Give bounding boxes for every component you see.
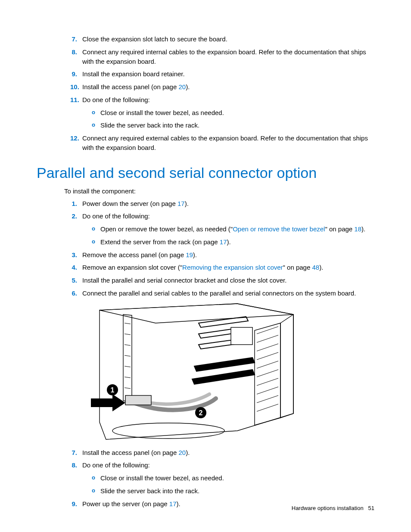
svg-line-13 [125, 355, 131, 356]
sub-text: Extend the server from the rack (on page… [100, 237, 374, 247]
page-link[interactable]: 17 [169, 500, 177, 507]
sub-text: Slide the server back into the rack. [100, 486, 374, 496]
sub-text: Close or install the tower bezel, as nee… [100, 473, 374, 483]
svg-line-4 [257, 361, 278, 368]
list-text: Do one of the following: o Close or inst… [82, 460, 374, 495]
illustration-server-connectors: 1 2 [82, 302, 300, 443]
list-number: 1. [37, 199, 82, 208]
list-text: Close the expansion slot latch to secure… [82, 34, 374, 44]
list-number: 9. [70, 69, 82, 79]
svg-line-8 [257, 395, 278, 403]
sub-text: Open or remove the tower bezel, as neede… [100, 224, 374, 234]
list-item: 6. Connect the parallel and serial cable… [37, 289, 374, 298]
svg-line-9 [257, 404, 278, 411]
list-number: 9. [37, 499, 82, 509]
page-link[interactable]: 18 [354, 225, 361, 233]
list-item: 7. Close the expansion slot latch to sec… [70, 34, 374, 44]
list-number: 6. [37, 289, 82, 298]
cross-ref-link[interactable]: Removing the expansion slot cover [182, 264, 283, 271]
page-link[interactable]: 20 [178, 449, 186, 456]
text: Remove an expansion slot cover (" [82, 264, 182, 271]
ordered-list-after: 7. Install the access panel (on page 20)… [37, 448, 374, 509]
list-item: 2. Do one of the following: o Open or re… [37, 212, 374, 246]
page-link[interactable]: 19 [186, 251, 193, 258]
list-item: 11. Do one of the following: o Close or … [70, 95, 374, 130]
bullet-icon: o [92, 108, 100, 118]
svg-line-12 [125, 345, 131, 345]
list-item: 7. Install the access panel (on page 20)… [37, 448, 374, 457]
list-number: 10. [70, 82, 82, 92]
text: ). [319, 264, 323, 271]
text: Open or remove the tower bezel, as neede… [100, 225, 233, 233]
svg-line-1 [257, 335, 278, 342]
text: " on page [325, 225, 354, 233]
footer-section-title: Hardware options installation [292, 505, 364, 511]
text: ). [186, 449, 190, 456]
list-number: 7. [70, 34, 82, 44]
text: ). [185, 200, 189, 207]
page-link[interactable]: 48 [312, 264, 319, 271]
text: Extend the server from the rack (on page [100, 238, 220, 246]
text: Install the access panel (on page [82, 83, 178, 90]
sub-text: Close or install the tower bezel, as nee… [100, 108, 374, 118]
list-item: 12. Connect any required external cables… [70, 134, 374, 152]
svg-line-7 [257, 387, 278, 394]
list-number: 4. [37, 263, 82, 272]
bullet-icon: o [92, 237, 100, 247]
list-text: Install the access panel (on page 20). [82, 82, 374, 92]
page-link[interactable]: 20 [178, 83, 186, 90]
list-text: Connect any required external cables to … [82, 134, 374, 152]
sub-list-item: o Open or remove the tower bezel, as nee… [92, 224, 374, 234]
bullet-icon: o [92, 486, 100, 496]
text: Remove the access panel (on page [82, 251, 186, 258]
svg-line-11 [125, 334, 131, 335]
text: Do one of the following: [82, 212, 150, 220]
list-item: 5. Install the parallel and serial conne… [37, 276, 374, 285]
list-number: 3. [37, 250, 82, 260]
section-heading: Parallel and second serial connector opt… [37, 165, 374, 181]
bullet-icon: o [92, 121, 100, 130]
text: Install the access panel (on page [82, 449, 178, 456]
text: " on page [283, 264, 312, 271]
bullet-icon: o [92, 473, 100, 483]
sub-list-item: o Close or install the tower bezel, as n… [92, 108, 374, 118]
document-page: 7. Close the expansion slot latch to sec… [0, 0, 411, 532]
text: Power down the server (on page [82, 200, 177, 207]
list-item: 8. Do one of the following: o Close or i… [37, 460, 374, 495]
page-footer: Hardware options installation 51 [292, 505, 374, 511]
svg-line-3 [257, 352, 278, 360]
text: ). [176, 500, 180, 507]
bullet-icon: o [92, 224, 100, 234]
svg-line-16 [125, 388, 131, 389]
list-item: 10. Install the access panel (on page 20… [70, 82, 374, 92]
svg-point-18 [112, 423, 224, 439]
list-number: 8. [37, 460, 82, 495]
ordered-list-main: 1. Power down the server (on page 17). 2… [37, 199, 374, 298]
text: Do one of the following: [82, 96, 150, 103]
list-number: 11. [70, 95, 82, 130]
list-item: 9. Install the expansion board retainer. [70, 69, 374, 79]
list-number: 8. [70, 47, 82, 66]
svg-rect-19 [125, 395, 151, 405]
page-link[interactable]: 17 [220, 238, 227, 246]
sub-list-item: o Slide the server back into the rack. [92, 121, 374, 130]
text: ). [227, 238, 231, 246]
sub-list-item: o Close or install the tower bezel, as n… [92, 473, 374, 483]
svg-rect-17 [231, 327, 252, 345]
page-link[interactable]: 17 [177, 200, 185, 207]
sub-text: Slide the server back into the rack. [100, 121, 374, 130]
list-item: 1. Power down the server (on page 17). [37, 199, 374, 208]
list-item: 4. Remove an expansion slot cover ("Remo… [37, 263, 374, 272]
list-text: Connect any required internal cables to … [82, 47, 374, 66]
svg-line-15 [125, 377, 131, 378]
sub-list-item: o Extend the server from the rack (on pa… [92, 237, 374, 247]
svg-line-0 [257, 327, 278, 334]
list-text: Do one of the following: o Open or remov… [82, 212, 374, 246]
list-text: Connect the parallel and serial cables t… [82, 289, 374, 298]
list-item: 3. Remove the access panel (on page 19). [37, 250, 374, 260]
list-number: 5. [37, 276, 82, 285]
list-text: Remove an expansion slot cover ("Removin… [82, 263, 374, 272]
list-text: Install the expansion board retainer. [82, 69, 374, 79]
cross-ref-link[interactable]: Open or remove the tower bezel [233, 225, 325, 233]
list-text: Do one of the following: o Close or inst… [82, 95, 374, 130]
